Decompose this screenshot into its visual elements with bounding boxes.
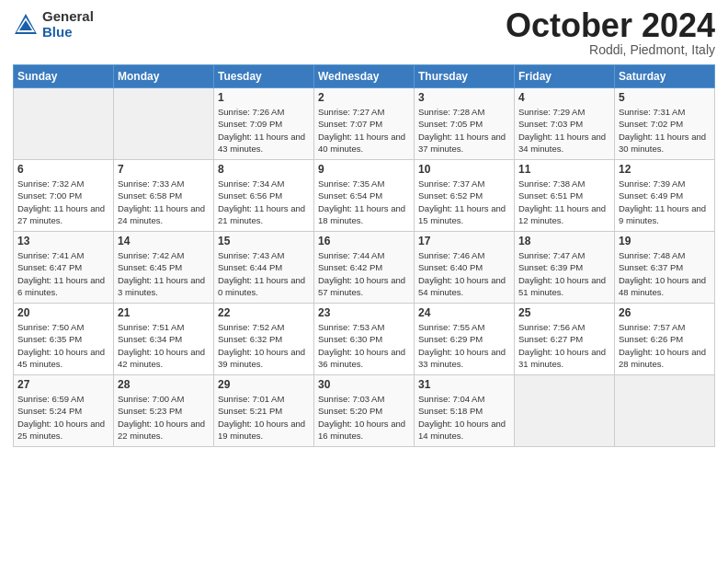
day-info: Sunrise: 7:26 AMSunset: 7:09 PMDaylight:… [218, 106, 310, 155]
calendar-cell: 13Sunrise: 7:41 AMSunset: 6:47 PMDayligh… [14, 232, 114, 304]
day-info: Sunrise: 7:46 AMSunset: 6:40 PMDaylight:… [418, 249, 510, 298]
day-number: 17 [418, 235, 510, 247]
day-info: Sunrise: 7:51 AMSunset: 6:34 PMDaylight:… [118, 321, 210, 370]
calendar-cell: 2Sunrise: 7:27 AMSunset: 7:07 PMDaylight… [314, 88, 415, 160]
day-info: Sunrise: 7:57 AMSunset: 6:26 PMDaylight:… [619, 321, 711, 370]
day-number: 8 [218, 163, 310, 176]
day-number: 25 [518, 306, 610, 319]
calendar-cell: 29Sunrise: 7:01 AMSunset: 5:21 PMDayligh… [214, 375, 314, 447]
day-info: Sunrise: 7:43 AMSunset: 6:44 PMDaylight:… [218, 249, 310, 298]
calendar-cell: 6Sunrise: 7:32 AMSunset: 7:00 PMDaylight… [14, 160, 114, 232]
calendar-cell: 26Sunrise: 7:57 AMSunset: 6:26 PMDayligh… [615, 304, 715, 375]
day-info: Sunrise: 7:39 AMSunset: 6:49 PMDaylight:… [619, 178, 711, 226]
calendar-cell: 10Sunrise: 7:37 AMSunset: 6:52 PMDayligh… [415, 160, 515, 232]
week-row-4: 27Sunrise: 6:59 AMSunset: 5:24 PMDayligh… [14, 375, 715, 447]
day-number: 5 [619, 91, 711, 104]
day-info: Sunrise: 7:27 AMSunset: 7:07 PMDaylight:… [318, 106, 410, 155]
day-number: 14 [118, 235, 210, 247]
day-header-monday: Monday [114, 65, 214, 88]
calendar-cell: 4Sunrise: 7:29 AMSunset: 7:03 PMDaylight… [515, 88, 615, 160]
calendar-cell: 21Sunrise: 7:51 AMSunset: 6:34 PMDayligh… [114, 304, 214, 375]
day-number: 1 [218, 91, 310, 104]
day-info: Sunrise: 7:42 AMSunset: 6:45 PMDaylight:… [118, 249, 210, 298]
calendar-cell: 27Sunrise: 6:59 AMSunset: 5:24 PMDayligh… [14, 375, 114, 447]
calendar-cell [14, 88, 114, 160]
calendar-cell: 5Sunrise: 7:31 AMSunset: 7:02 PMDaylight… [615, 88, 715, 160]
day-info: Sunrise: 7:04 AMSunset: 5:18 PMDaylight:… [418, 393, 510, 442]
day-number: 22 [218, 306, 310, 319]
calendar-cell: 8Sunrise: 7:34 AMSunset: 6:56 PMDaylight… [214, 160, 314, 232]
day-number: 31 [418, 378, 510, 391]
day-header-sunday: Sunday [14, 65, 114, 88]
calendar-cell: 22Sunrise: 7:52 AMSunset: 6:32 PMDayligh… [214, 304, 314, 375]
day-number: 3 [418, 91, 510, 104]
calendar-table: SundayMondayTuesdayWednesdayThursdayFrid… [13, 64, 715, 447]
calendar-cell: 16Sunrise: 7:44 AMSunset: 6:42 PMDayligh… [314, 232, 415, 304]
month-title: October 2024 [506, 9, 715, 42]
day-number: 29 [218, 378, 310, 391]
day-number: 20 [17, 306, 109, 319]
logo: General Blue [13, 9, 94, 40]
day-info: Sunrise: 7:56 AMSunset: 6:27 PMDaylight:… [518, 321, 610, 370]
week-row-3: 20Sunrise: 7:50 AMSunset: 6:35 PMDayligh… [14, 304, 715, 375]
day-info: Sunrise: 7:34 AMSunset: 6:56 PMDaylight:… [218, 178, 310, 226]
day-number: 4 [518, 91, 610, 104]
day-header-friday: Friday [515, 65, 615, 88]
day-info: Sunrise: 7:37 AMSunset: 6:52 PMDaylight:… [418, 178, 510, 226]
calendar-cell: 19Sunrise: 7:48 AMSunset: 6:37 PMDayligh… [615, 232, 715, 304]
calendar-cell: 23Sunrise: 7:53 AMSunset: 6:30 PMDayligh… [314, 304, 415, 375]
header: General Blue October 2024 Roddi, Piedmon… [13, 9, 715, 57]
logo-icon [13, 12, 39, 38]
day-header-thursday: Thursday [415, 65, 515, 88]
day-info: Sunrise: 7:55 AMSunset: 6:29 PMDaylight:… [418, 321, 510, 370]
day-info: Sunrise: 6:59 AMSunset: 5:24 PMDaylight:… [17, 393, 109, 442]
day-info: Sunrise: 7:03 AMSunset: 5:20 PMDaylight:… [318, 393, 410, 442]
day-info: Sunrise: 7:50 AMSunset: 6:35 PMDaylight:… [17, 321, 109, 370]
day-number: 15 [218, 235, 310, 247]
calendar-cell: 20Sunrise: 7:50 AMSunset: 6:35 PMDayligh… [14, 304, 114, 375]
day-number: 27 [17, 378, 109, 391]
day-number: 21 [118, 306, 210, 319]
calendar-cell: 17Sunrise: 7:46 AMSunset: 6:40 PMDayligh… [415, 232, 515, 304]
week-row-2: 13Sunrise: 7:41 AMSunset: 6:47 PMDayligh… [14, 232, 715, 304]
day-number: 13 [17, 235, 109, 247]
header-row: SundayMondayTuesdayWednesdayThursdayFrid… [14, 65, 715, 88]
day-info: Sunrise: 7:28 AMSunset: 7:05 PMDaylight:… [418, 106, 510, 155]
day-number: 6 [17, 163, 109, 176]
day-number: 7 [118, 163, 210, 176]
day-number: 9 [318, 163, 410, 176]
day-info: Sunrise: 7:33 AMSunset: 6:58 PMDaylight:… [118, 178, 210, 226]
day-number: 24 [418, 306, 510, 319]
day-number: 10 [418, 163, 510, 176]
calendar-cell: 25Sunrise: 7:56 AMSunset: 6:27 PMDayligh… [515, 304, 615, 375]
day-info: Sunrise: 7:47 AMSunset: 6:39 PMDaylight:… [518, 249, 610, 298]
calendar-cell: 11Sunrise: 7:38 AMSunset: 6:51 PMDayligh… [515, 160, 615, 232]
calendar-header: SundayMondayTuesdayWednesdayThursdayFrid… [14, 65, 715, 88]
page-container: General Blue October 2024 Roddi, Piedmon… [0, 0, 728, 456]
day-number: 19 [619, 235, 711, 247]
day-info: Sunrise: 7:38 AMSunset: 6:51 PMDaylight:… [518, 178, 610, 226]
day-header-saturday: Saturday [615, 65, 715, 88]
day-header-wednesday: Wednesday [314, 65, 415, 88]
day-info: Sunrise: 7:41 AMSunset: 6:47 PMDaylight:… [17, 249, 109, 298]
day-number: 16 [318, 235, 410, 247]
calendar-cell: 31Sunrise: 7:04 AMSunset: 5:18 PMDayligh… [415, 375, 515, 447]
logo-text: General Blue [42, 9, 94, 40]
day-number: 23 [318, 306, 410, 319]
day-info: Sunrise: 7:32 AMSunset: 7:00 PMDaylight:… [17, 178, 109, 226]
calendar-cell: 15Sunrise: 7:43 AMSunset: 6:44 PMDayligh… [214, 232, 314, 304]
calendar-cell: 18Sunrise: 7:47 AMSunset: 6:39 PMDayligh… [515, 232, 615, 304]
day-number: 26 [619, 306, 711, 319]
day-header-tuesday: Tuesday [214, 65, 314, 88]
day-info: Sunrise: 7:52 AMSunset: 6:32 PMDaylight:… [218, 321, 310, 370]
calendar-cell: 7Sunrise: 7:33 AMSunset: 6:58 PMDaylight… [114, 160, 214, 232]
calendar-cell: 30Sunrise: 7:03 AMSunset: 5:20 PMDayligh… [314, 375, 415, 447]
day-number: 12 [619, 163, 711, 176]
day-info: Sunrise: 7:29 AMSunset: 7:03 PMDaylight:… [518, 106, 610, 155]
calendar-cell: 12Sunrise: 7:39 AMSunset: 6:49 PMDayligh… [615, 160, 715, 232]
week-row-0: 1Sunrise: 7:26 AMSunset: 7:09 PMDaylight… [14, 88, 715, 160]
day-info: Sunrise: 7:31 AMSunset: 7:02 PMDaylight:… [619, 106, 711, 155]
calendar-cell: 3Sunrise: 7:28 AMSunset: 7:05 PMDaylight… [415, 88, 515, 160]
day-number: 30 [318, 378, 410, 391]
day-number: 2 [318, 91, 410, 104]
